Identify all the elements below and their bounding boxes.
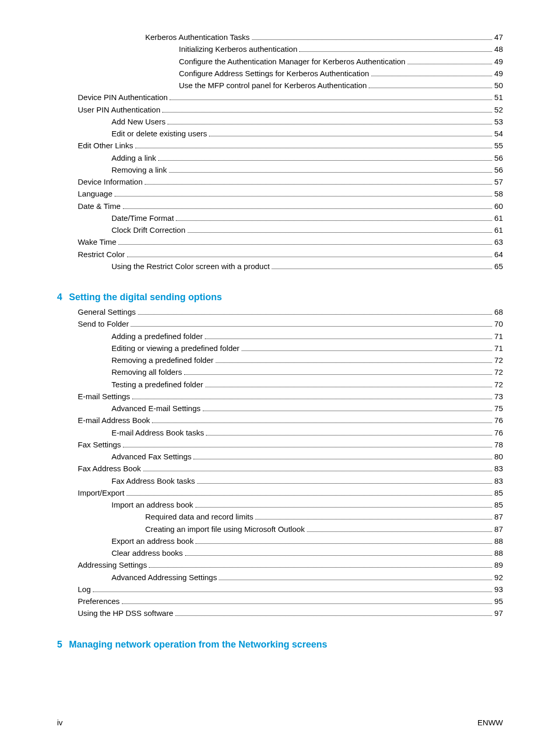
toc-entry[interactable]: Restrict Color 64 xyxy=(57,248,503,260)
toc-leader-dots xyxy=(209,136,492,136)
toc-entry[interactable]: Device Information 57 xyxy=(57,176,503,188)
toc-leader-dots xyxy=(127,495,492,496)
toc-leader-dots xyxy=(219,580,492,580)
toc-entry[interactable]: Addressing Settings 89 xyxy=(57,559,503,571)
toc-entry[interactable]: Import an address book 85 xyxy=(57,499,503,511)
toc-entry-label: Editing or viewing a predefined folder xyxy=(111,342,240,354)
toc-entry-page: 89 xyxy=(494,559,503,571)
toc-entry[interactable]: Date/Time Format 61 xyxy=(57,212,503,224)
toc-entry[interactable]: Language 58 xyxy=(57,188,503,200)
toc-entry-label: Fax Settings xyxy=(78,439,121,451)
toc-entry-page: 75 xyxy=(494,402,503,414)
toc-entry[interactable]: Date & Time 60 xyxy=(57,200,503,212)
toc-entry[interactable]: Configure Address Settings for Kerberos … xyxy=(57,67,503,79)
toc-entry-page: 56 xyxy=(494,152,503,164)
toc-entry[interactable]: Adding a predefined folder 71 xyxy=(57,330,503,342)
toc-entry-label: Advanced Addressing Settings xyxy=(111,571,217,583)
toc-entry[interactable]: Fax Address Book 83 xyxy=(57,462,503,474)
toc-entry[interactable]: User PIN Authentication 52 xyxy=(57,104,503,116)
toc-entry-page: 83 xyxy=(494,462,503,474)
toc-entry-page: 58 xyxy=(494,188,503,200)
toc-entry[interactable]: Removing all folders 72 xyxy=(57,366,503,378)
toc-leader-dots xyxy=(158,160,492,161)
toc-entry[interactable]: Add New Users 53 xyxy=(57,116,503,128)
toc-leader-dots xyxy=(371,76,492,76)
toc-entry[interactable]: Clear address books 88 xyxy=(57,547,503,559)
toc-entry-label: Addressing Settings xyxy=(78,559,147,571)
toc-entry[interactable]: Edit or delete existing users 54 xyxy=(57,128,503,139)
toc-entry[interactable]: Fax Settings 78 xyxy=(57,439,503,451)
toc-entry[interactable]: Clock Drift Correction 61 xyxy=(57,224,503,236)
toc-leader-dots xyxy=(115,196,493,196)
toc-leader-dots xyxy=(122,603,492,604)
toc-entry-label: Device PIN Authentication xyxy=(78,91,167,103)
toc-entry[interactable]: E-mail Settings 73 xyxy=(57,390,503,402)
toc-entry[interactable]: General Settings 68 xyxy=(57,306,503,318)
toc-entry[interactable]: Send to Folder 70 xyxy=(57,318,503,330)
toc-entry-label: Kerberos Authentication Tasks xyxy=(145,31,250,43)
footer-right: ENWW xyxy=(478,718,503,727)
toc-entry-label: General Settings xyxy=(78,306,136,318)
toc-entry[interactable]: E-mail Address Book 76 xyxy=(57,414,503,426)
toc-entry-label: Removing all folders xyxy=(111,366,182,378)
toc-entry-page: 53 xyxy=(494,116,503,128)
toc-entry[interactable]: Wake Time 63 xyxy=(57,236,503,248)
toc-entry[interactable]: E-mail Address Book tasks 76 xyxy=(57,427,503,439)
toc-entry-page: 56 xyxy=(494,164,503,176)
toc-entry[interactable]: Fax Address Book tasks 83 xyxy=(57,475,503,487)
toc-entry-label: Removing a predefined folder xyxy=(111,354,214,366)
toc-leader-dots xyxy=(188,232,493,233)
toc-leader-dots xyxy=(135,148,493,148)
toc-entry[interactable]: Removing a predefined folder 72 xyxy=(57,354,503,366)
toc-entry[interactable]: Adding a link 56 xyxy=(57,152,503,164)
toc-entry[interactable]: Testing a predefined folder 72 xyxy=(57,378,503,390)
toc-entry[interactable]: Preferences 95 xyxy=(57,595,503,607)
toc-entry-label: Testing a predefined folder xyxy=(111,378,203,390)
toc-leader-dots xyxy=(145,184,492,185)
toc-entry[interactable]: Export an address book 88 xyxy=(57,535,503,547)
toc-entry-label: Configure the Authentication Manager for… xyxy=(179,55,405,67)
toc-leader-dots xyxy=(193,459,492,459)
toc-entry[interactable]: Configure the Authentication Manager for… xyxy=(57,55,503,67)
toc-entry[interactable]: Advanced Fax Settings 80 xyxy=(57,451,503,462)
toc-entry-label: Date/Time Format xyxy=(111,212,174,224)
toc-entry[interactable]: Using the Restrict Color screen with a p… xyxy=(57,260,503,272)
toc-entry[interactable]: Kerberos Authentication Tasks 47 xyxy=(57,31,503,43)
toc-leader-dots xyxy=(123,447,492,447)
toc-entry-label: Using the HP DSS software xyxy=(78,607,173,619)
toc-entry-page: 49 xyxy=(494,67,503,79)
toc-entry[interactable]: Edit Other Links 55 xyxy=(57,139,503,151)
toc-entry-label: Restrict Color xyxy=(78,248,125,260)
toc-entry[interactable]: Required data and record limits 87 xyxy=(57,511,503,523)
toc-leader-dots xyxy=(132,399,492,399)
toc-entry-label: Fax Address Book xyxy=(78,462,141,474)
toc-leader-dots xyxy=(252,39,493,40)
toc-entry-label: E-mail Settings xyxy=(78,390,130,402)
toc-entry[interactable]: Import/Export 85 xyxy=(57,487,503,499)
toc-leader-dots xyxy=(185,555,493,556)
toc-entry-page: 49 xyxy=(494,55,503,67)
toc-entry[interactable]: Advanced Addressing Settings 92 xyxy=(57,571,503,583)
toc-leader-dots xyxy=(176,220,492,221)
toc-entry[interactable]: Creating an import file using Microsoft … xyxy=(57,523,503,535)
toc-entry-label: Use the MFP control panel for Kerberos A… xyxy=(179,79,367,91)
toc-entry[interactable]: Initializing Kerberos authentication 48 xyxy=(57,43,503,55)
toc-leader-dots xyxy=(184,374,492,375)
toc-entry[interactable]: Advanced E-mail Settings 75 xyxy=(57,402,503,414)
toc-entry-page: 76 xyxy=(494,427,503,439)
toc-entry[interactable]: Editing or viewing a predefined folder 7… xyxy=(57,342,503,354)
toc-entry[interactable]: Using the HP DSS software 97 xyxy=(57,607,503,619)
toc-entry-label: Required data and record limits xyxy=(145,511,253,523)
toc-entry-page: 88 xyxy=(494,547,503,559)
toc-entry-label: Import an address book xyxy=(111,499,193,511)
toc-entry-label: Removing a link xyxy=(111,164,167,176)
toc-entry[interactable]: Device PIN Authentication 51 xyxy=(57,91,503,103)
toc-entry[interactable]: Use the MFP control panel for Kerberos A… xyxy=(57,79,503,91)
toc-entry-page: 51 xyxy=(494,91,503,103)
section-4-title: Setting the digital sending options xyxy=(69,292,222,302)
toc-entry[interactable]: Log 93 xyxy=(57,583,503,595)
toc-entry[interactable]: Removing a link 56 xyxy=(57,164,503,176)
toc-entry-page: 61 xyxy=(494,212,503,224)
toc-entry-page: 92 xyxy=(494,571,503,583)
toc-entry-page: 64 xyxy=(494,248,503,260)
